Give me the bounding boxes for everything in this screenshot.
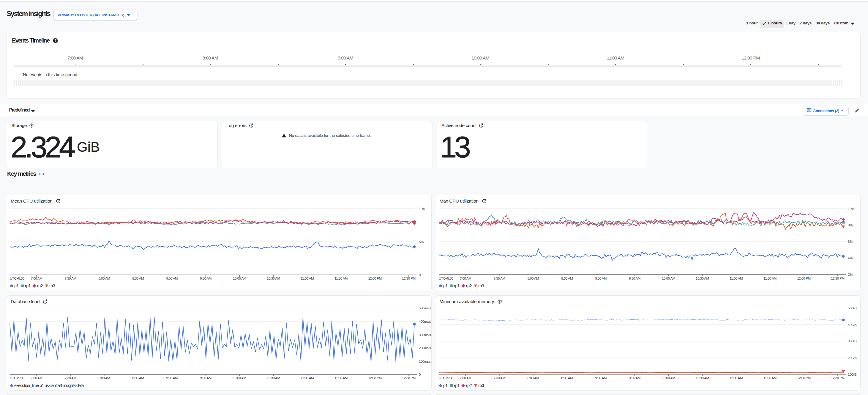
svg-text:11:30 AM: 11:30 AM [764, 376, 776, 380]
svg-text:10:30 AM: 10:30 AM [696, 277, 709, 280]
svg-text:8:30 AM: 8:30 AM [132, 376, 144, 380]
svg-text:p1: p1 [443, 383, 448, 388]
svg-text:12:00 PM: 12:00 PM [368, 376, 381, 380]
svg-text:rp1: rp1 [454, 383, 460, 388]
svg-text:7:30 AM: 7:30 AM [65, 277, 76, 280]
svg-text:8%: 8% [848, 223, 852, 227]
svg-text:100ms/s: 100ms/s [419, 360, 431, 363]
svg-text:8:30 AM: 8:30 AM [132, 277, 144, 280]
svg-text:UTC+5:30: UTC+5:30 [439, 376, 453, 380]
svg-text:9:00 AM: 9:00 AM [595, 277, 607, 280]
svg-text:12:30 PM: 12:30 PM [402, 277, 415, 280]
svg-text:12:00 PM: 12:00 PM [368, 277, 381, 280]
svg-text:9:30 AM: 9:30 AM [200, 277, 212, 280]
svg-text:8:00 AM: 8:00 AM [98, 277, 110, 280]
svg-text:p1: p1 [14, 283, 19, 288]
svg-text:execution_time p1 us-central1: execution_time p1 us-central1 insights-d… [14, 383, 84, 388]
svg-text:40GiB: 40GiB [848, 323, 857, 327]
svg-text:rp1: rp1 [25, 283, 31, 288]
svg-text:500ms/s: 500ms/s [419, 306, 431, 310]
svg-text:rp2: rp2 [37, 283, 43, 288]
svg-text:rp3: rp3 [49, 283, 55, 288]
svg-text:9:30 AM: 9:30 AM [200, 376, 212, 380]
svg-text:10%: 10% [419, 207, 425, 210]
svg-text:11:00 AM: 11:00 AM [730, 277, 743, 280]
svg-text:11:00 AM: 11:00 AM [730, 376, 743, 380]
svg-text:4%: 4% [848, 256, 852, 260]
svg-text:11:00 AM: 11:00 AM [301, 277, 314, 280]
svg-text:rp3: rp3 [478, 283, 484, 288]
svg-text:10%: 10% [848, 207, 854, 210]
svg-text:rp2: rp2 [466, 283, 472, 288]
svg-text:20GiB: 20GiB [848, 356, 857, 360]
svg-text:300ms/s: 300ms/s [419, 333, 431, 337]
svg-text:7:00 AM: 7:00 AM [460, 277, 471, 280]
svg-text:UTC+5:30: UTC+5:30 [10, 376, 24, 380]
svg-text:8:30 AM: 8:30 AM [561, 376, 573, 380]
svg-text:8:00 AM: 8:00 AM [98, 376, 110, 380]
svg-text:9:00 AM: 9:00 AM [595, 376, 607, 380]
svg-text:2%: 2% [848, 273, 852, 276]
svg-text:7:00 AM: 7:00 AM [460, 376, 471, 380]
svg-text:rp2: rp2 [466, 383, 472, 388]
svg-text:30GiB: 30GiB [848, 339, 857, 343]
svg-text:8:30 AM: 8:30 AM [561, 277, 573, 280]
svg-text:10:00 AM: 10:00 AM [233, 376, 246, 380]
svg-text:p1: p1 [443, 283, 448, 288]
svg-text:7:30 AM: 7:30 AM [493, 376, 505, 380]
svg-text:9:00 AM: 9:00 AM [166, 277, 178, 280]
svg-text:10GiB: 10GiB [848, 373, 857, 376]
svg-text:0: 0 [419, 373, 421, 376]
svg-text:7:30 AM: 7:30 AM [65, 376, 76, 380]
svg-text:8:00 AM: 8:00 AM [527, 376, 539, 380]
svg-text:5%: 5% [419, 240, 424, 243]
svg-text:12:00 PM: 12:00 PM [797, 277, 810, 280]
svg-text:10:30 AM: 10:30 AM [267, 277, 280, 280]
svg-text:9:30 AM: 9:30 AM [629, 376, 641, 380]
svg-text:10:30 AM: 10:30 AM [696, 376, 709, 380]
svg-text:9:30 AM: 9:30 AM [629, 277, 641, 280]
svg-text:12:30 PM: 12:30 PM [402, 376, 415, 380]
svg-text:0: 0 [419, 273, 421, 277]
svg-text:7:00 AM: 7:00 AM [31, 376, 42, 380]
svg-text:rp3: rp3 [478, 383, 484, 388]
svg-text:11:00 AM: 11:00 AM [301, 376, 314, 380]
svg-text:10:00 AM: 10:00 AM [662, 376, 675, 380]
svg-text:10:00 AM: 10:00 AM [662, 277, 675, 280]
svg-text:200ms/s: 200ms/s [419, 346, 431, 350]
svg-text:12:30 PM: 12:30 PM [831, 376, 844, 380]
svg-text:?: ? [54, 39, 57, 43]
svg-text:12:00 PM: 12:00 PM [797, 376, 810, 380]
svg-text:50GiB: 50GiB [848, 306, 857, 310]
svg-text:rp1: rp1 [454, 283, 460, 288]
svg-text:12:30 PM: 12:30 PM [831, 277, 844, 280]
svg-text:UTC+5:30: UTC+5:30 [10, 277, 24, 280]
svg-text:UTC+5:30: UTC+5:30 [439, 277, 453, 280]
svg-text:9:00 AM: 9:00 AM [166, 376, 178, 380]
svg-text:11:30 AM: 11:30 AM [335, 376, 347, 380]
svg-text:10:30 AM: 10:30 AM [267, 376, 280, 380]
svg-text:400ms/s: 400ms/s [419, 320, 431, 323]
svg-text:7:30 AM: 7:30 AM [493, 277, 505, 280]
svg-text:11:30 AM: 11:30 AM [335, 277, 347, 280]
svg-text:10:00 AM: 10:00 AM [233, 277, 246, 280]
svg-text:7:00 AM: 7:00 AM [31, 277, 42, 280]
svg-text:6%: 6% [848, 240, 852, 243]
svg-text:11:30 AM: 11:30 AM [764, 277, 776, 280]
svg-text:8:00 AM: 8:00 AM [527, 277, 539, 280]
